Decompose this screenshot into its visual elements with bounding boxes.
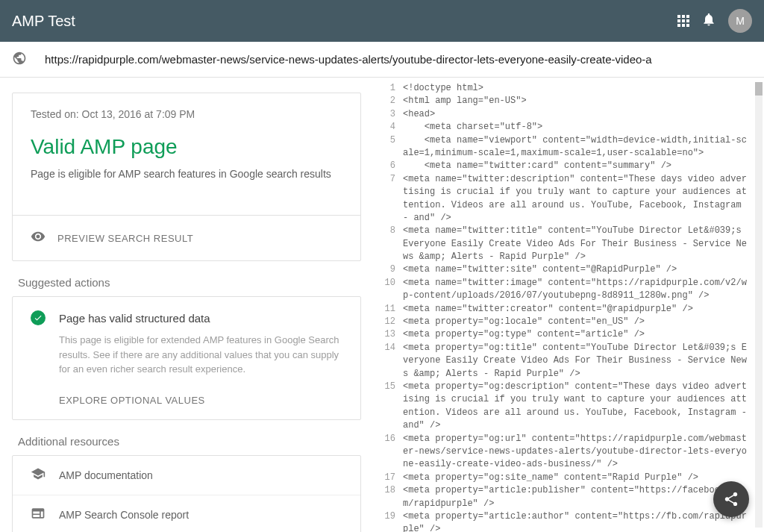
line-text: <meta name="twitter:title" content="YouT… [403,225,764,263]
main-content: Tested on: Oct 13, 2016 at 7:09 PM Valid… [0,78,764,532]
preview-search-result-button[interactable]: PREVIEW SEARCH RESULT [13,215,360,260]
line-text: <meta charset="utf-8"> [403,121,764,134]
code-line: 19<meta property="article:author" conten… [373,510,764,532]
line-number: 19 [373,510,403,532]
preview-label: PREVIEW SEARCH RESULT [57,233,193,244]
line-number: 11 [373,303,403,316]
check-icon [31,310,46,325]
line-number: 1 [373,82,403,95]
header-actions: M [677,9,752,33]
source-panel: 1<!doctype html>2<html amp lang="en-US">… [373,78,764,532]
globe-icon [12,51,27,69]
school-icon [31,466,46,484]
line-text: <meta name="twitter:image" content="http… [403,277,764,303]
explore-optional-values-button[interactable]: EXPLORE OPTIONAL VALUES [59,395,342,406]
line-number: 7 [373,173,403,225]
line-text: <meta name="twitter:creator" content="@r… [403,303,764,316]
result-card: Tested on: Oct 13, 2016 at 7:09 PM Valid… [12,93,361,261]
code-line: 14<meta property="og:title" content="You… [373,342,764,381]
line-text: <meta name="twitter:description" content… [403,173,764,225]
web-icon [31,506,46,524]
eye-icon [31,229,57,247]
code-line: 15<meta property="og:description" conten… [373,381,764,433]
results-panel: Tested on: Oct 13, 2016 at 7:09 PM Valid… [0,78,373,532]
code-line: 8<meta name="twitter:title" content="You… [373,225,764,263]
code-line: 18<meta property="article:publisher" con… [373,484,764,510]
line-number: 10 [373,277,403,303]
line-number: 8 [373,225,403,263]
line-text: <meta property="og:title" content="YouTu… [403,342,764,381]
line-number: 6 [373,160,403,172]
url-bar: https://rapidpurple.com/webmaster-news/s… [0,42,764,78]
action-description: This page is eligible for extended AMP f… [59,333,342,377]
result-subtitle: Page is eligible for AMP search features… [31,166,342,182]
result-title: Valid AMP page [31,135,342,159]
code-line: 6 <meta name="twitter:card" content="sum… [373,160,764,172]
notifications-icon[interactable] [701,12,716,30]
line-number: 14 [373,342,403,381]
code-line: 9<meta name="twitter:site" content="@Rap… [373,263,764,276]
line-number: 18 [373,484,403,510]
line-text: <!doctype html> [403,82,764,95]
code-line: 5 <meta name="viewport" content="width=d… [373,134,764,160]
scrollbar[interactable] [755,82,763,528]
line-text: <meta property="og:type" content="articl… [403,328,764,341]
line-number: 17 [373,472,403,484]
action-title: Page has valid structured data [59,312,210,325]
scrollbar-thumb[interactable] [755,82,763,96]
code-line: 17<meta property="og:site_name" content=… [373,472,764,484]
apps-icon[interactable] [677,15,689,27]
code-line: 3<head> [373,108,764,121]
line-text: <meta property="og:locale" content="en_U… [403,316,764,328]
resource-search-console-report[interactable]: AMP Search Console report [13,495,360,533]
line-number: 16 [373,433,403,472]
resource-list: AMP documentation AMP Search Console rep… [12,455,361,533]
user-avatar[interactable]: M [728,9,752,33]
code-line: 4 <meta charset="utf-8"> [373,121,764,134]
line-number: 5 [373,134,403,160]
code-line: 16<meta property="og:url" content="https… [373,433,764,472]
line-text: <meta property="og:url" content="https:/… [403,433,764,472]
resource-label: AMP documentation [59,469,153,481]
structured-data-card: Page has valid structured data This page… [12,296,361,420]
suggested-actions-title: Suggested actions [18,276,361,289]
code-line: 7<meta name="twitter:description" conten… [373,173,764,225]
app-header: AMP Test M [0,0,764,42]
line-text: <meta property="og:site_name" content="R… [403,472,764,484]
line-text: <meta property="article:author" content=… [403,510,764,532]
line-text: <meta property="article:publisher" conte… [403,484,764,510]
line-number: 3 [373,108,403,121]
line-number: 2 [373,95,403,107]
line-number: 13 [373,328,403,341]
resource-label: AMP Search Console report [59,509,189,521]
line-text: <meta name="twitter:card" content="summa… [403,160,764,172]
line-text: <meta name="twitter:site" content="@Rapi… [403,263,764,276]
code-line: 2<html amp lang="en-US"> [373,95,764,107]
code-line: 11<meta name="twitter:creator" content="… [373,303,764,316]
additional-resources-title: Additional resources [18,435,361,448]
line-number: 4 [373,121,403,134]
code-line: 1<!doctype html> [373,82,764,95]
code-line: 12<meta property="og:locale" content="en… [373,316,764,328]
line-text: <meta name="viewport" content="width=dev… [403,134,764,160]
resource-amp-documentation[interactable]: AMP documentation [13,456,360,495]
line-text: <meta property="og:description" content=… [403,381,764,433]
line-text: <html amp lang="en-US"> [403,95,764,107]
tested-timestamp: Tested on: Oct 13, 2016 at 7:09 PM [31,108,342,120]
code-line: 10<meta name="twitter:image" content="ht… [373,277,764,303]
app-title: AMP Test [12,13,677,30]
code-line: 13<meta property="og:type" content="arti… [373,328,764,341]
line-number: 15 [373,381,403,433]
share-button[interactable] [713,481,749,517]
line-number: 9 [373,263,403,276]
line-text: <head> [403,108,764,121]
source-code-view[interactable]: 1<!doctype html>2<html amp lang="en-US">… [373,78,764,532]
tested-url[interactable]: https://rapidpurple.com/webmaster-news/s… [45,53,652,66]
line-number: 12 [373,316,403,328]
